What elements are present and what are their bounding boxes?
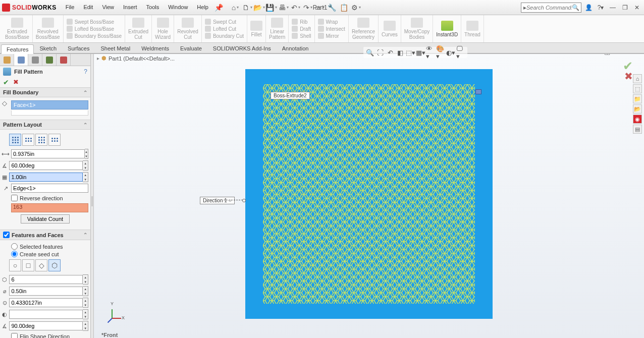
zoom-fit-icon[interactable]: 🔍	[365, 48, 374, 57]
tab-sheet-metal[interactable]: Sheet Metal	[95, 43, 136, 53]
menu-window[interactable]: Window	[164, 2, 192, 13]
angle-input[interactable]	[9, 161, 83, 170]
shape-diamond-button[interactable]: ◇	[35, 259, 47, 271]
layout-perforation-button[interactable]	[9, 134, 21, 146]
tab-addins[interactable]: SOLIDWORKS Add-Ins	[207, 43, 277, 53]
restore-button[interactable]: ❐	[620, 3, 630, 12]
direction-selection[interactable]	[11, 184, 88, 193]
rotation-input[interactable]	[9, 321, 83, 330]
features-faces-checkbox[interactable]	[3, 232, 10, 238]
shape-circle-button[interactable]: ○	[9, 259, 21, 271]
user-icon[interactable]: 👤	[583, 3, 594, 12]
manipulator-handle[interactable]	[475, 89, 481, 94]
selected-features-row[interactable]: Selected features	[11, 243, 88, 250]
graphics-viewport[interactable]: ▸ ⬢ Part1 (Default<<Default>... ⧉ ◫ — □ …	[94, 54, 644, 338]
pattern-layout-header[interactable]: Pattern Layout ⌃	[0, 120, 90, 130]
blank-input[interactable]	[9, 310, 83, 319]
fill-boundary-selection[interactable]: Face<1>	[11, 100, 88, 109]
undo-icon[interactable]: ↶	[290, 2, 301, 13]
display-manager-tab[interactable]	[57, 54, 71, 66]
tab-evaluate[interactable]: Evaluate	[175, 43, 207, 53]
shape-square-button[interactable]: □	[22, 259, 34, 271]
doc-maximize-button[interactable]: □	[623, 54, 632, 56]
menu-file[interactable]: File	[62, 2, 79, 13]
home-tab-icon[interactable]: ⌂	[633, 74, 642, 83]
margin-input[interactable]	[9, 173, 83, 182]
redo-icon[interactable]: ↷	[302, 2, 313, 13]
section-view-icon[interactable]: ◧	[396, 48, 405, 57]
doc-new-window-button[interactable]: ◫	[603, 54, 612, 56]
create-seed-cut-row[interactable]: Create seed cut	[11, 251, 88, 257]
view-orientation-icon[interactable]: ⬚▾	[406, 48, 415, 57]
minimize-button[interactable]: —	[608, 3, 618, 12]
save-icon[interactable]: 💾	[266, 2, 277, 13]
validate-count-button[interactable]: Validate Count	[21, 214, 70, 223]
layout-square-button[interactable]	[35, 134, 47, 146]
fill-boundary-empty-row[interactable]	[11, 110, 88, 116]
flip-shape-row[interactable]: Flip Shape Direction	[11, 333, 88, 338]
spacing-spinner[interactable]: ▲▼	[85, 149, 88, 159]
search-magnifier-icon[interactable]: 🔍	[572, 4, 579, 11]
direction-callout[interactable]: Direction 1 ○	[200, 197, 235, 204]
feature-tree-tab[interactable]	[0, 54, 14, 66]
edit-appearance-icon[interactable]: 🎨▾	[436, 48, 445, 57]
previous-view-icon[interactable]: ↶	[386, 48, 395, 57]
search-input[interactable]	[526, 5, 572, 11]
property-manager-tab[interactable]	[14, 54, 28, 66]
layout-polygon-button[interactable]	[48, 134, 61, 146]
pin-icon[interactable]: 📌	[213, 2, 225, 13]
view-palette-tab-icon[interactable]: ◉	[633, 115, 642, 124]
inner-input[interactable]	[9, 298, 83, 307]
print-icon[interactable]: 🖶	[278, 2, 289, 13]
appearances-tab-icon[interactable]: ▤	[633, 125, 642, 134]
rotation-spinner[interactable]: ▲▼	[83, 321, 88, 331]
view-triad[interactable]: Y X	[106, 305, 122, 320]
features-faces-header[interactable]: Features and Faces ⌃	[0, 230, 90, 240]
reverse-direction-row[interactable]: Reverse direction	[11, 195, 88, 201]
angle-spinner[interactable]: ▲▼	[83, 160, 88, 171]
tab-features[interactable]: Features	[1, 44, 34, 54]
doc-popout-button[interactable]: ⧉	[593, 54, 602, 56]
tab-surfaces[interactable]: Surfaces	[62, 43, 95, 53]
instant3d-button[interactable]: Instant3D	[433, 15, 461, 42]
options-icon[interactable]: ⚙	[351, 2, 362, 13]
new-icon[interactable]: 🗋	[242, 2, 253, 13]
config-manager-tab[interactable]	[28, 54, 42, 66]
doc-minimize-button[interactable]: —	[613, 54, 622, 56]
menu-view[interactable]: View	[98, 2, 118, 13]
open-icon[interactable]: 📂	[254, 2, 265, 13]
inner-spinner[interactable]: ▲▼	[83, 298, 88, 308]
tab-annotation[interactable]: Annotation	[277, 43, 314, 53]
search-commands-box[interactable]: ▸ 🔍	[521, 3, 581, 13]
spacing-input[interactable]	[11, 149, 85, 158]
margin-spinner[interactable]: ▲▼	[83, 172, 88, 182]
hide-show-icon[interactable]: 👁▾	[426, 48, 435, 57]
view-settings-icon[interactable]: 🖵▾	[456, 48, 465, 57]
file-explorer-tab-icon[interactable]: 📂	[633, 104, 642, 114]
feature-tree-flyout[interactable]: ▸ ⬢ Part1 (Default<<Default>...	[97, 55, 175, 62]
menu-insert[interactable]: Insert	[119, 2, 141, 13]
close-button[interactable]: ✕	[632, 3, 642, 12]
selected-features-radio[interactable]	[11, 243, 18, 250]
flip-shape-checkbox[interactable]	[11, 333, 18, 338]
menu-help[interactable]: Help	[193, 2, 212, 13]
reverse-direction-checkbox[interactable]	[11, 195, 18, 201]
shape-polygon-button[interactable]: ⬡	[48, 259, 61, 271]
reject-feature-button[interactable]: ✖	[624, 70, 633, 82]
resources-tab-icon[interactable]: ⬚	[633, 84, 642, 93]
home-icon[interactable]: ⌂	[230, 2, 241, 13]
design-library-tab-icon[interactable]: 📁	[633, 94, 642, 103]
menu-tools[interactable]: Tools	[142, 2, 164, 13]
ok-button[interactable]: ✔	[3, 78, 9, 86]
display-style-icon[interactable]: ▦▾	[416, 48, 425, 57]
diameter-spinner[interactable]: ▲▼	[83, 286, 88, 296]
cancel-button[interactable]: ✖	[13, 78, 19, 86]
blank-spinner[interactable]: ▲▼	[83, 309, 88, 319]
model-plate[interactable]	[245, 69, 493, 319]
sides-spinner[interactable]: ▲▼	[83, 274, 88, 285]
layout-circular-button[interactable]	[22, 134, 34, 146]
property-help-icon[interactable]: ?	[84, 68, 87, 75]
help-icon[interactable]: ?▾	[596, 3, 606, 12]
tab-sketch[interactable]: Sketch	[34, 43, 62, 53]
file-props-icon[interactable]: 📋	[339, 2, 350, 13]
